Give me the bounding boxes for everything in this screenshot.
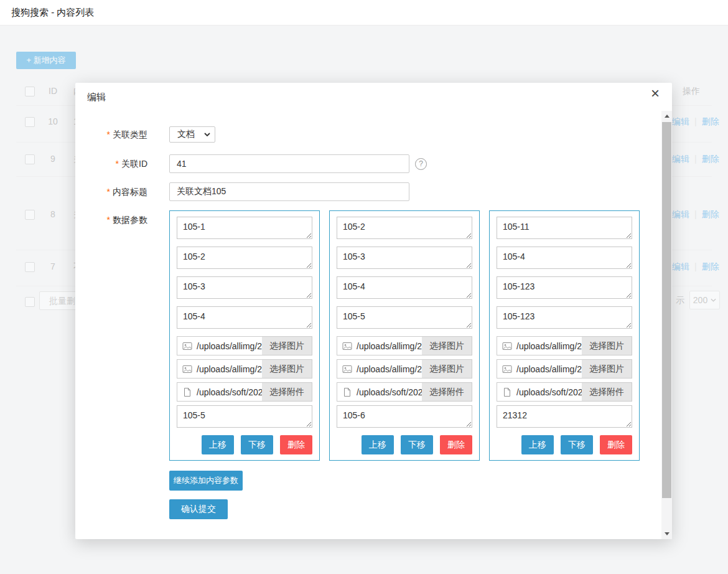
required-mark: * (107, 187, 110, 197)
param-text-input[interactable]: 105-4 (497, 247, 632, 269)
row-checkbox[interactable] (25, 154, 35, 164)
param-text-input[interactable]: 105-2 (177, 247, 312, 269)
choose-attachment-button[interactable]: 选择附件 (422, 383, 472, 401)
action-divider: | (694, 116, 697, 128)
attachment-icon (182, 387, 192, 397)
attachment-path-row: /uploads/soft/202 选择附件 (177, 382, 312, 402)
scrollbar-thumb[interactable] (662, 122, 671, 498)
param-text-input[interactable]: 105-123 (497, 276, 632, 299)
scroll-down-arrow[interactable] (661, 529, 672, 539)
move-up-button[interactable]: 上移 (521, 435, 554, 454)
close-icon[interactable]: × (651, 86, 660, 101)
delete-button[interactable]: 删除 (440, 435, 472, 454)
relation-type-select[interactable]: 文档 (169, 126, 215, 143)
page-size-value: 200 (693, 295, 707, 305)
row-actions: 编辑 | 删除 (672, 261, 719, 273)
field-label: *关联ID (75, 154, 169, 173)
form-row-content-title: *内容标题 (75, 182, 661, 201)
move-up-button[interactable]: 上移 (202, 435, 234, 454)
field-label: *内容标题 (75, 182, 169, 201)
required-mark: * (107, 215, 110, 225)
chevron-down-icon (711, 298, 716, 302)
choose-image-button[interactable]: 选择图片 (262, 360, 312, 378)
choose-image-button[interactable]: 选择图片 (582, 360, 632, 378)
delete-link[interactable]: 删除 (702, 116, 719, 128)
param-text-input[interactable]: 105-4 (337, 276, 472, 299)
column-header-actions: 操作 (683, 86, 700, 97)
chevron-down-icon (204, 133, 210, 136)
param-text-input[interactable]: 105-6 (337, 405, 472, 428)
page-size-select[interactable]: 200 (689, 291, 720, 309)
required-mark: * (107, 129, 110, 139)
row-checkbox[interactable] (25, 117, 35, 127)
modal-body: *关联类型 文档 *关联ID ? *内容标题 (75, 111, 661, 539)
param-text-input[interactable]: 105-4 (177, 306, 312, 329)
page-size-label-clipped: 示 (676, 295, 684, 306)
delete-button[interactable]: 删除 (280, 435, 312, 454)
select-all-checkbox[interactable] (25, 87, 35, 96)
param-group-actions: 上移 下移 删除 (497, 435, 632, 454)
choose-attachment-button[interactable]: 选择附件 (262, 383, 312, 401)
choose-attachment-button[interactable]: 选择附件 (582, 383, 632, 401)
image-path-row: /uploads/allimg/2 选择图片 (497, 359, 632, 379)
relation-type-value: 文档 (177, 129, 195, 140)
edit-modal: 编辑 × *关联类型 文档 *关联ID ? *内容标题 (75, 83, 672, 539)
param-text-input[interactable]: 105-3 (177, 276, 312, 299)
param-text-input[interactable]: 105-1 (177, 217, 312, 239)
delete-link[interactable]: 删除 (702, 209, 719, 220)
edit-link[interactable]: 编辑 (672, 209, 689, 220)
image-path-row: /uploads/allimg/2 选择图片 (337, 359, 472, 379)
image-icon (182, 341, 192, 351)
move-down-button[interactable]: 下移 (561, 435, 593, 454)
choose-image-button[interactable]: 选择图片 (262, 337, 312, 355)
help-icon[interactable]: ? (415, 158, 427, 170)
submit-button[interactable]: 确认提交 (169, 499, 228, 519)
content-title-input[interactable] (169, 182, 409, 201)
attachment-path-row: /uploads/soft/202 选择附件 (337, 382, 472, 402)
param-text-input[interactable]: 105-5 (337, 306, 472, 329)
file-path: /uploads/allimg/2 (357, 341, 422, 351)
row-checkbox[interactable] (25, 210, 35, 220)
add-param-group-button[interactable]: 继续添加内容参数 (169, 471, 243, 491)
image-path-row: /uploads/allimg/2 选择图片 (177, 336, 312, 355)
app-root: 搜狗搜索 - 内容列表 + 新增内容 ID 内 操作 10 1 编辑 | 删除 … (0, 0, 728, 574)
delete-link[interactable]: 删除 (702, 261, 719, 273)
param-text-input[interactable]: 21312 (497, 405, 632, 428)
action-divider: | (694, 209, 697, 220)
row-actions: 编辑 | 删除 (672, 154, 719, 165)
param-text-input[interactable]: 105-123 (497, 306, 632, 329)
relation-id-input[interactable] (169, 154, 409, 173)
move-down-button[interactable]: 下移 (401, 435, 433, 454)
delete-button[interactable]: 删除 (600, 435, 632, 454)
edit-link[interactable]: 编辑 (672, 261, 689, 273)
image-path-row: /uploads/allimg/2 选择图片 (337, 336, 472, 355)
param-text-input[interactable]: 105-3 (337, 247, 472, 269)
param-text-input[interactable]: 105-2 (337, 217, 472, 239)
edit-link[interactable]: 编辑 (672, 154, 689, 165)
image-path-row: /uploads/allimg/2 选择图片 (497, 336, 632, 355)
scroll-up-arrow[interactable] (661, 111, 672, 121)
param-text-input[interactable]: 105-11 (497, 217, 632, 239)
row-id: 9 (44, 154, 62, 164)
param-groups: 105-1 105-2 105-3 105-4 /uploads/allimg/… (169, 210, 640, 461)
row-actions: 编辑 | 删除 (672, 116, 719, 128)
delete-link[interactable]: 删除 (702, 154, 719, 165)
param-text-input[interactable]: 105-5 (177, 405, 312, 428)
move-down-button[interactable]: 下移 (241, 435, 273, 454)
attachment-icon (502, 387, 512, 397)
choose-image-button[interactable]: 选择图片 (422, 337, 472, 355)
choose-image-button[interactable]: 选择图片 (582, 337, 632, 355)
page-header: 搜狗搜索 - 内容列表 (0, 0, 728, 26)
add-content-button[interactable]: + 新增内容 (16, 52, 76, 69)
edit-link[interactable]: 编辑 (672, 116, 689, 128)
attachment-path-row: /uploads/soft/202 选择附件 (497, 382, 632, 402)
file-path: /uploads/allimg/2 (516, 341, 582, 351)
move-up-button[interactable]: 上移 (362, 435, 394, 454)
batch-select-checkbox[interactable] (25, 297, 35, 307)
attachment-icon (342, 387, 352, 397)
row-checkbox[interactable] (25, 262, 35, 272)
page-title: 搜狗搜索 - 内容列表 (11, 7, 94, 19)
choose-image-button[interactable]: 选择图片 (422, 360, 472, 378)
form-row-relation-id: *关联ID ? (75, 154, 661, 173)
modal-title: 编辑 (87, 92, 106, 103)
